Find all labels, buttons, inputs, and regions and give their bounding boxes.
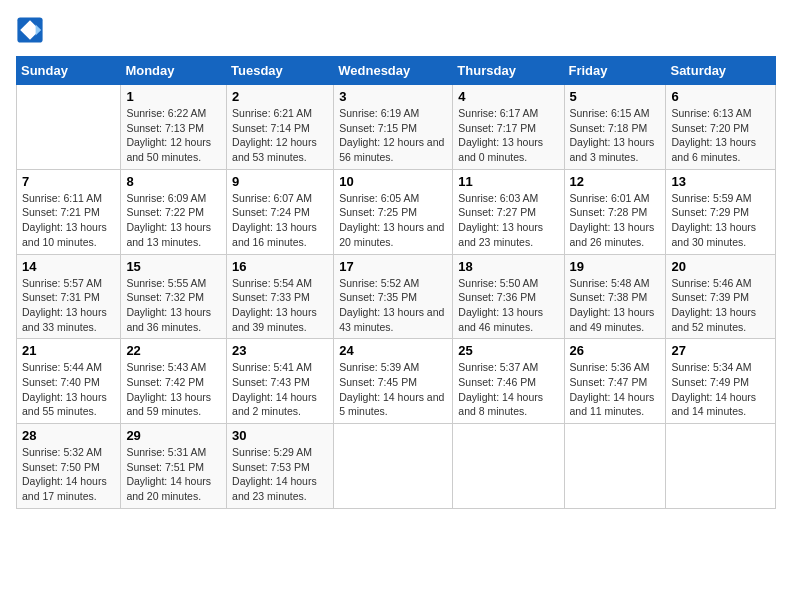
weekday-header-tuesday: Tuesday [227, 57, 334, 85]
page-header [16, 16, 776, 44]
day-cell: 5 Sunrise: 6:15 AM Sunset: 7:18 PM Dayli… [564, 85, 666, 170]
week-row-1: 1 Sunrise: 6:22 AM Sunset: 7:13 PM Dayli… [17, 85, 776, 170]
day-info: Sunrise: 5:52 AM Sunset: 7:35 PM Dayligh… [339, 276, 447, 335]
day-cell: 10 Sunrise: 6:05 AM Sunset: 7:25 PM Dayl… [334, 169, 453, 254]
weekday-header-row: SundayMondayTuesdayWednesdayThursdayFrid… [17, 57, 776, 85]
day-number: 24 [339, 343, 447, 358]
day-cell: 3 Sunrise: 6:19 AM Sunset: 7:15 PM Dayli… [334, 85, 453, 170]
day-cell [564, 424, 666, 509]
day-info: Sunrise: 5:55 AM Sunset: 7:32 PM Dayligh… [126, 276, 221, 335]
day-cell [17, 85, 121, 170]
day-info: Sunrise: 5:48 AM Sunset: 7:38 PM Dayligh… [570, 276, 661, 335]
day-number: 26 [570, 343, 661, 358]
day-number: 23 [232, 343, 328, 358]
day-number: 8 [126, 174, 221, 189]
day-cell: 7 Sunrise: 6:11 AM Sunset: 7:21 PM Dayli… [17, 169, 121, 254]
day-number: 15 [126, 259, 221, 274]
day-number: 27 [671, 343, 770, 358]
day-number: 11 [458, 174, 558, 189]
day-cell: 22 Sunrise: 5:43 AM Sunset: 7:42 PM Dayl… [121, 339, 227, 424]
day-cell: 6 Sunrise: 6:13 AM Sunset: 7:20 PM Dayli… [666, 85, 776, 170]
day-number: 21 [22, 343, 115, 358]
day-cell: 23 Sunrise: 5:41 AM Sunset: 7:43 PM Dayl… [227, 339, 334, 424]
day-info: Sunrise: 6:22 AM Sunset: 7:13 PM Dayligh… [126, 106, 221, 165]
day-cell: 8 Sunrise: 6:09 AM Sunset: 7:22 PM Dayli… [121, 169, 227, 254]
day-number: 20 [671, 259, 770, 274]
day-info: Sunrise: 5:37 AM Sunset: 7:46 PM Dayligh… [458, 360, 558, 419]
weekday-header-monday: Monday [121, 57, 227, 85]
day-cell: 17 Sunrise: 5:52 AM Sunset: 7:35 PM Dayl… [334, 254, 453, 339]
day-number: 7 [22, 174, 115, 189]
week-row-3: 14 Sunrise: 5:57 AM Sunset: 7:31 PM Dayl… [17, 254, 776, 339]
day-info: Sunrise: 6:07 AM Sunset: 7:24 PM Dayligh… [232, 191, 328, 250]
day-number: 12 [570, 174, 661, 189]
day-info: Sunrise: 6:01 AM Sunset: 7:28 PM Dayligh… [570, 191, 661, 250]
day-info: Sunrise: 6:15 AM Sunset: 7:18 PM Dayligh… [570, 106, 661, 165]
day-info: Sunrise: 6:11 AM Sunset: 7:21 PM Dayligh… [22, 191, 115, 250]
day-cell: 1 Sunrise: 6:22 AM Sunset: 7:13 PM Dayli… [121, 85, 227, 170]
day-number: 10 [339, 174, 447, 189]
day-number: 3 [339, 89, 447, 104]
day-cell: 25 Sunrise: 5:37 AM Sunset: 7:46 PM Dayl… [453, 339, 564, 424]
day-number: 6 [671, 89, 770, 104]
day-info: Sunrise: 5:36 AM Sunset: 7:47 PM Dayligh… [570, 360, 661, 419]
day-cell: 19 Sunrise: 5:48 AM Sunset: 7:38 PM Dayl… [564, 254, 666, 339]
day-number: 19 [570, 259, 661, 274]
day-cell: 15 Sunrise: 5:55 AM Sunset: 7:32 PM Dayl… [121, 254, 227, 339]
day-info: Sunrise: 6:13 AM Sunset: 7:20 PM Dayligh… [671, 106, 770, 165]
day-number: 16 [232, 259, 328, 274]
day-number: 1 [126, 89, 221, 104]
day-info: Sunrise: 5:50 AM Sunset: 7:36 PM Dayligh… [458, 276, 558, 335]
day-cell [334, 424, 453, 509]
day-info: Sunrise: 5:59 AM Sunset: 7:29 PM Dayligh… [671, 191, 770, 250]
day-cell: 4 Sunrise: 6:17 AM Sunset: 7:17 PM Dayli… [453, 85, 564, 170]
logo [16, 16, 46, 44]
day-number: 25 [458, 343, 558, 358]
day-cell: 13 Sunrise: 5:59 AM Sunset: 7:29 PM Dayl… [666, 169, 776, 254]
day-info: Sunrise: 6:05 AM Sunset: 7:25 PM Dayligh… [339, 191, 447, 250]
day-info: Sunrise: 5:41 AM Sunset: 7:43 PM Dayligh… [232, 360, 328, 419]
day-cell: 24 Sunrise: 5:39 AM Sunset: 7:45 PM Dayl… [334, 339, 453, 424]
day-info: Sunrise: 5:34 AM Sunset: 7:49 PM Dayligh… [671, 360, 770, 419]
day-number: 5 [570, 89, 661, 104]
day-info: Sunrise: 5:54 AM Sunset: 7:33 PM Dayligh… [232, 276, 328, 335]
day-cell: 27 Sunrise: 5:34 AM Sunset: 7:49 PM Dayl… [666, 339, 776, 424]
day-info: Sunrise: 5:44 AM Sunset: 7:40 PM Dayligh… [22, 360, 115, 419]
day-cell: 9 Sunrise: 6:07 AM Sunset: 7:24 PM Dayli… [227, 169, 334, 254]
day-cell: 20 Sunrise: 5:46 AM Sunset: 7:39 PM Dayl… [666, 254, 776, 339]
day-number: 29 [126, 428, 221, 443]
day-cell: 12 Sunrise: 6:01 AM Sunset: 7:28 PM Dayl… [564, 169, 666, 254]
day-cell [453, 424, 564, 509]
day-info: Sunrise: 5:43 AM Sunset: 7:42 PM Dayligh… [126, 360, 221, 419]
day-number: 2 [232, 89, 328, 104]
day-info: Sunrise: 5:57 AM Sunset: 7:31 PM Dayligh… [22, 276, 115, 335]
day-cell: 29 Sunrise: 5:31 AM Sunset: 7:51 PM Dayl… [121, 424, 227, 509]
week-row-5: 28 Sunrise: 5:32 AM Sunset: 7:50 PM Dayl… [17, 424, 776, 509]
day-info: Sunrise: 6:21 AM Sunset: 7:14 PM Dayligh… [232, 106, 328, 165]
day-number: 14 [22, 259, 115, 274]
day-cell: 11 Sunrise: 6:03 AM Sunset: 7:27 PM Dayl… [453, 169, 564, 254]
day-cell: 2 Sunrise: 6:21 AM Sunset: 7:14 PM Dayli… [227, 85, 334, 170]
day-number: 18 [458, 259, 558, 274]
day-info: Sunrise: 5:31 AM Sunset: 7:51 PM Dayligh… [126, 445, 221, 504]
day-cell: 26 Sunrise: 5:36 AM Sunset: 7:47 PM Dayl… [564, 339, 666, 424]
day-info: Sunrise: 6:19 AM Sunset: 7:15 PM Dayligh… [339, 106, 447, 165]
day-number: 9 [232, 174, 328, 189]
day-number: 17 [339, 259, 447, 274]
day-number: 22 [126, 343, 221, 358]
weekday-header-thursday: Thursday [453, 57, 564, 85]
logo-icon [16, 16, 44, 44]
weekday-header-saturday: Saturday [666, 57, 776, 85]
day-info: Sunrise: 6:03 AM Sunset: 7:27 PM Dayligh… [458, 191, 558, 250]
day-cell [666, 424, 776, 509]
weekday-header-friday: Friday [564, 57, 666, 85]
calendar-table: SundayMondayTuesdayWednesdayThursdayFrid… [16, 56, 776, 509]
day-cell: 18 Sunrise: 5:50 AM Sunset: 7:36 PM Dayl… [453, 254, 564, 339]
day-info: Sunrise: 6:17 AM Sunset: 7:17 PM Dayligh… [458, 106, 558, 165]
day-number: 13 [671, 174, 770, 189]
day-number: 4 [458, 89, 558, 104]
week-row-2: 7 Sunrise: 6:11 AM Sunset: 7:21 PM Dayli… [17, 169, 776, 254]
day-cell: 16 Sunrise: 5:54 AM Sunset: 7:33 PM Dayl… [227, 254, 334, 339]
day-cell: 28 Sunrise: 5:32 AM Sunset: 7:50 PM Dayl… [17, 424, 121, 509]
day-info: Sunrise: 5:29 AM Sunset: 7:53 PM Dayligh… [232, 445, 328, 504]
